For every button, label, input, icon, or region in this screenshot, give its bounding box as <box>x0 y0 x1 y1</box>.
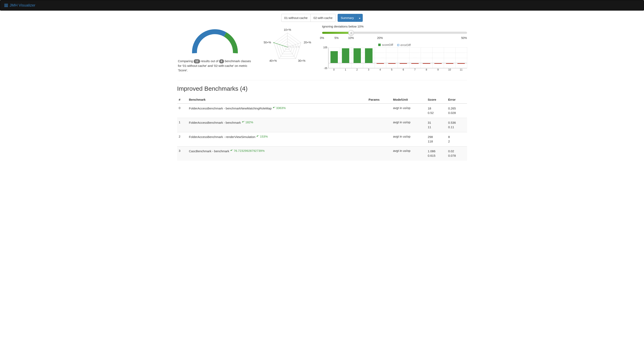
cell-mode: avgt in us/op <box>392 132 426 146</box>
svg-text:50+%: 50+% <box>264 41 271 44</box>
summary-dropdown-toggle[interactable] <box>356 14 363 22</box>
cell-params <box>367 104 392 118</box>
benchmarks-table: # Benchmark Params Mode/Unit Score Error… <box>177 96 467 161</box>
svg-text:2: 2 <box>293 45 294 48</box>
svg-text:20+%: 20+% <box>304 41 311 44</box>
table-row[interactable]: 1FolderAccessBenchmark - benchmark 182%a… <box>177 118 467 132</box>
classes-count-badge: 6 <box>219 59 224 63</box>
svg-text:1: 1 <box>290 45 292 48</box>
caret-down-icon <box>359 18 360 19</box>
svg-text:4: 4 <box>298 45 300 48</box>
svg-text:0: 0 <box>288 45 289 48</box>
legend-swatch-errordiff <box>397 44 399 46</box>
cell-error: 0.2650.028 <box>446 104 467 118</box>
navbar: JMH Visualizer <box>0 0 644 10</box>
trend-up-icon: 76.72329928792739% <box>230 149 264 153</box>
cell-error: 82 <box>446 132 467 146</box>
svg-text:3: 3 <box>295 45 297 48</box>
diff-bar-chart: 105 -35 01234567891011 <box>328 47 467 72</box>
svg-text:30+%: 30+% <box>298 59 305 62</box>
section-divider <box>177 80 467 80</box>
cell-params <box>367 132 392 146</box>
diff-legend: scoreDiff errorDiff <box>322 43 467 47</box>
table-row[interactable]: 0FolderAccessBenchmark - benchmarkNewMat… <box>177 104 467 118</box>
cell-benchmark: FolderAccessBenchmark - renderViewSimula… <box>188 132 367 146</box>
cell-score: 180.52 <box>426 104 446 118</box>
cell-benchmark: CascBenchmark - benchmark 76.72329928792… <box>188 146 367 161</box>
cell-score: 298118 <box>426 132 446 146</box>
slider-ticks: 0% 5% 10% 20% 50% <box>322 36 467 40</box>
col-params[interactable]: Params <box>367 96 392 104</box>
cell-idx: 1 <box>177 118 188 132</box>
cell-score: 3111 <box>426 118 446 132</box>
col-idx[interactable]: # <box>177 96 188 104</box>
cell-error: 0.5360.11 <box>446 118 467 132</box>
cell-mode: avgt in us/op <box>392 118 426 132</box>
deviation-slider-label: Ignoring deviations below 10% <box>322 25 467 28</box>
menu-icon <box>4 4 8 7</box>
trend-up-icon: 3363% <box>272 106 286 110</box>
toolbar: 01-without-cache 02-with-cache Summary <box>177 10 467 24</box>
trend-up-icon: 153% <box>256 135 268 138</box>
cell-mode: avgt in us/op <box>392 146 426 161</box>
radar-chart: 0 1 2 3 4 10+% 20+% 30+% 40+% 50+% <box>257 25 318 65</box>
svg-text:40+%: 40+% <box>269 59 276 62</box>
summary-group: Summary <box>338 14 363 22</box>
col-benchmark[interactable]: Benchmark <box>188 96 367 104</box>
legend-swatch-scorediff <box>378 44 381 46</box>
summary-text: Comparing 12 results out of 6 benchmark … <box>177 59 253 73</box>
cell-mode: avgt in us/op <box>392 104 426 118</box>
cell-idx: 2 <box>177 132 188 146</box>
run-tabs: 01-without-cache 02-with-cache <box>281 14 336 22</box>
cell-error: 0.020.078 <box>446 146 467 161</box>
col-mode[interactable]: Mode/Unit <box>392 96 426 104</box>
tab-02-with-cache[interactable]: 02-with-cache <box>310 14 336 22</box>
section-title: Improved Benchmarks (4) <box>177 85 467 92</box>
brand-link[interactable]: JMH Visualizer <box>4 3 35 7</box>
cell-params <box>367 118 392 132</box>
table-row[interactable]: 3CascBenchmark - benchmark 76.7232992879… <box>177 146 467 161</box>
brand-text: JMH Visualizer <box>10 3 35 7</box>
gauge-chart <box>186 25 244 55</box>
trend-up-icon: 182% <box>242 120 253 124</box>
tab-summary[interactable]: Summary <box>338 14 357 22</box>
svg-point-17 <box>273 42 274 43</box>
cell-idx: 3 <box>177 146 188 161</box>
cell-params <box>367 146 392 161</box>
cell-idx: 0 <box>177 104 188 118</box>
deviation-slider[interactable] <box>322 31 467 35</box>
col-error[interactable]: Error <box>446 96 467 104</box>
cell-benchmark: FolderAccessBenchmark - benchmarkNewMatc… <box>188 104 367 118</box>
cell-score: 1.0860.615 <box>426 146 446 161</box>
col-score[interactable]: Score <box>426 96 446 104</box>
tab-01-without-cache[interactable]: 01-without-cache <box>281 14 311 22</box>
results-count-badge: 12 <box>194 59 200 63</box>
cell-benchmark: FolderAccessBenchmark - benchmark 182% <box>188 118 367 132</box>
slider-thumb[interactable] <box>348 30 354 36</box>
table-row[interactable]: 2FolderAccessBenchmark - renderViewSimul… <box>177 132 467 146</box>
svg-text:10+%: 10+% <box>284 28 291 31</box>
